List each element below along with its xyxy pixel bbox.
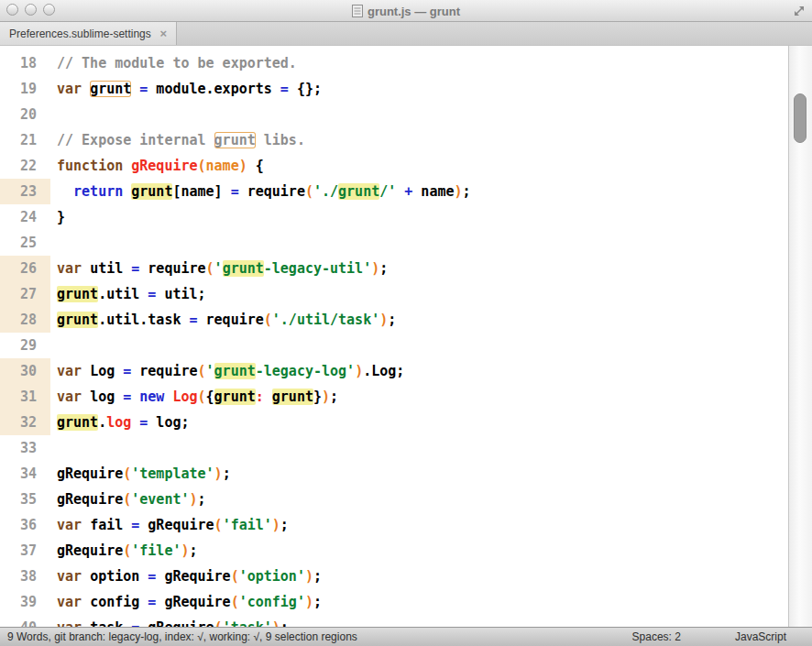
- line-number[interactable]: 34: [0, 461, 50, 487]
- token: =: [131, 260, 139, 277]
- selected-match: grunt: [214, 389, 256, 405]
- code-text: grunt.util = util;: [50, 281, 206, 307]
- line-number[interactable]: 38: [0, 564, 50, 589]
- code-line[interactable]: 32grunt.log = log;: [0, 410, 812, 435]
- code-line[interactable]: 24}: [0, 204, 812, 230]
- code-line[interactable]: 25: [0, 230, 812, 256]
- line-number[interactable]: 29: [0, 333, 50, 358]
- token: // Expose internal: [57, 132, 214, 148]
- token: =: [131, 517, 139, 533]
- line-number[interactable]: 18: [0, 50, 50, 76]
- line-number[interactable]: 26: [0, 256, 50, 281]
- expand-diagonal-arrows-icon[interactable]: [793, 5, 806, 17]
- code-text: var grunt = module.exports = {};: [50, 76, 322, 102]
- line-number[interactable]: 40: [0, 615, 50, 627]
- title-bar: grunt.js — grunt: [0, 0, 812, 22]
- code-line[interactable]: 34gRequire('template');: [0, 461, 812, 487]
- code-line[interactable]: 36var fail = gRequire('fail');: [0, 512, 812, 538]
- token: require: [198, 312, 264, 328]
- code-line[interactable]: 37gRequire('file');: [0, 538, 812, 564]
- code-line[interactable]: 31var log = new Log({grunt: grunt});: [0, 384, 812, 410]
- syntax-selector[interactable]: JavaScript: [735, 630, 786, 643]
- token: ;: [330, 389, 338, 405]
- token: ): [239, 158, 247, 174]
- token: .util: [98, 286, 148, 302]
- line-number[interactable]: 19: [0, 76, 50, 102]
- selected-match: grunt: [214, 363, 256, 379]
- code-line[interactable]: 40var task = gRequire('task');: [0, 615, 812, 627]
- token: [123, 183, 131, 200]
- token: return: [73, 183, 123, 200]
- vertical-scrollbar[interactable]: [788, 46, 812, 627]
- token: .util.task: [98, 312, 189, 328]
- line-number[interactable]: 22: [0, 153, 50, 179]
- token: ): [272, 517, 280, 533]
- line-number[interactable]: 33: [0, 435, 50, 461]
- code-line[interactable]: 21// Expose internal grunt libs.: [0, 127, 812, 153]
- code-text: gRequire('file');: [50, 538, 198, 564]
- code-text: return grunt[name] = require('./grunt/' …: [50, 179, 471, 204]
- token: [264, 389, 272, 405]
- token: Log: [172, 389, 197, 405]
- tab-bar: Preferences.sublime-settings ×: [0, 22, 812, 46]
- line-number[interactable]: 27: [0, 281, 50, 307]
- code-line[interactable]: 26var util = require('grunt-legacy-util'…: [0, 256, 812, 281]
- line-number[interactable]: 25: [0, 230, 50, 256]
- tab-close-icon[interactable]: ×: [159, 27, 167, 40]
- code-line[interactable]: 20: [0, 102, 812, 127]
- code-text: gRequire('event');: [50, 487, 206, 512]
- code-line[interactable]: 38var option = gRequire('option');: [0, 564, 812, 589]
- line-number[interactable]: 24: [0, 204, 50, 230]
- token: ): [355, 363, 363, 379]
- line-number[interactable]: 23: [0, 179, 50, 204]
- line-number[interactable]: 37: [0, 538, 50, 564]
- token: ;: [223, 465, 231, 482]
- token: (: [198, 363, 206, 379]
- line-number[interactable]: 39: [0, 589, 50, 615]
- code-line[interactable]: 23 return grunt[name] = require('./grunt…: [0, 179, 812, 204]
- token: }: [313, 389, 322, 405]
- line-number[interactable]: 21: [0, 127, 50, 153]
- indent-setting[interactable]: Spaces: 2: [632, 630, 681, 643]
- code-line[interactable]: 22function gRequire(name) {: [0, 153, 812, 179]
- code-line[interactable]: 35gRequire('event');: [0, 487, 812, 512]
- tab-preferences-sublime-settings[interactable]: Preferences.sublime-settings ×: [0, 22, 177, 45]
- token: gRequire: [156, 568, 230, 585]
- token: var: [57, 81, 90, 97]
- selected-match: grunt: [57, 414, 98, 431]
- code-editor[interactable]: 18// The module to be exported.19var gru…: [0, 46, 812, 627]
- code-line[interactable]: 18// The module to be exported.: [0, 50, 812, 76]
- line-number[interactable]: 28: [0, 307, 50, 333]
- code-line[interactable]: 39var config = gRequire('config');: [0, 589, 812, 615]
- line-number[interactable]: 31: [0, 384, 50, 410]
- line-number[interactable]: 32: [0, 410, 50, 435]
- line-number[interactable]: 36: [0, 512, 50, 538]
- token: 'template': [131, 465, 214, 482]
- token: gRequire: [57, 542, 123, 559]
- code-line[interactable]: 27grunt.util = util;: [0, 281, 812, 307]
- token: ): [272, 619, 280, 627]
- token: ;: [280, 517, 289, 533]
- token: util: [90, 260, 131, 277]
- token: var: [57, 619, 90, 627]
- code-text: grunt.util.task = require('./util/task')…: [50, 307, 396, 333]
- line-number[interactable]: 20: [0, 102, 50, 127]
- code-lines: 18// The module to be exported.19var gru…: [0, 46, 812, 627]
- code-line[interactable]: 19var grunt = module.exports = {};: [0, 76, 812, 102]
- token: require: [139, 260, 205, 277]
- code-line[interactable]: 33: [0, 435, 812, 461]
- token: name: [412, 183, 454, 200]
- scrollbar-thumb[interactable]: [794, 93, 807, 143]
- token: config: [90, 594, 148, 610]
- token: =: [139, 81, 148, 97]
- token: :: [256, 389, 264, 405]
- token: ): [455, 183, 463, 200]
- token: (: [206, 260, 214, 277]
- line-number[interactable]: 30: [0, 358, 50, 384]
- code-line[interactable]: 30var Log = require('grunt-legacy-log').…: [0, 358, 812, 384]
- tab-label: Preferences.sublime-settings: [9, 27, 151, 40]
- token: {};: [289, 81, 322, 97]
- code-line[interactable]: 29: [0, 333, 812, 358]
- code-line[interactable]: 28grunt.util.task = require('./util/task…: [0, 307, 812, 333]
- line-number[interactable]: 35: [0, 487, 50, 512]
